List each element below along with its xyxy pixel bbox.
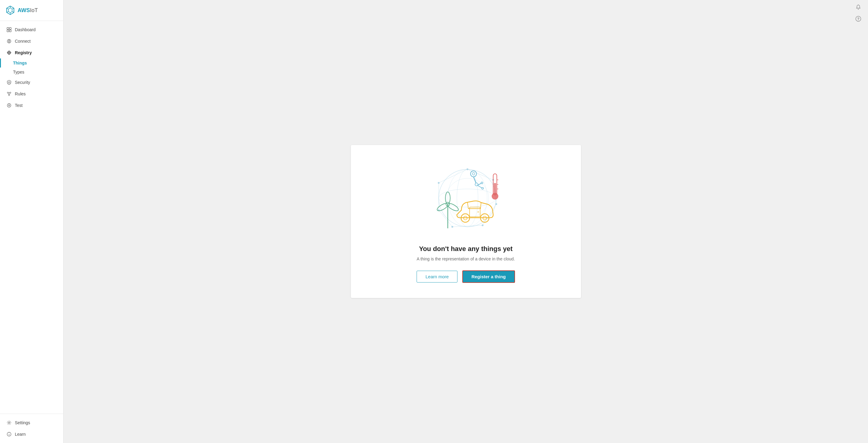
logo-iot: IoT bbox=[30, 7, 38, 13]
iot-illustration bbox=[421, 163, 512, 236]
settings-icon bbox=[6, 420, 12, 425]
topbar-icons: ? bbox=[854, 3, 863, 23]
empty-state-title: You don't have any things yet bbox=[419, 245, 513, 253]
svg-point-68 bbox=[492, 193, 498, 199]
learn-icon: i bbox=[6, 432, 12, 437]
sidebar-item-dashboard[interactable]: Dashboard bbox=[0, 24, 63, 35]
svg-rect-22 bbox=[8, 82, 10, 83]
svg-line-51 bbox=[467, 169, 493, 180]
sidebar-navigation: Dashboard Connect bbox=[0, 21, 63, 414]
svg-point-13 bbox=[8, 40, 10, 42]
registry-icon bbox=[6, 50, 12, 55]
sidebar-subitem-things[interactable]: Things bbox=[0, 58, 63, 67]
svg-point-17 bbox=[8, 52, 10, 53]
sidebar-item-security[interactable]: Security bbox=[0, 76, 63, 88]
sidebar-item-registry[interactable]: Registry bbox=[0, 47, 63, 58]
register-thing-button[interactable]: Register a thing bbox=[462, 271, 515, 283]
svg-point-41 bbox=[446, 178, 489, 218]
svg-point-64 bbox=[482, 187, 484, 189]
sidebar-subitem-types[interactable]: Types bbox=[0, 67, 63, 76]
things-label: Things bbox=[13, 61, 27, 65]
sidebar-item-rules[interactable]: Rules bbox=[0, 88, 63, 100]
dashboard-label: Dashboard bbox=[15, 27, 36, 32]
main-content: ? bbox=[64, 0, 868, 443]
test-label: Test bbox=[15, 103, 23, 108]
help-icon[interactable]: ? bbox=[854, 14, 863, 23]
types-label: Types bbox=[13, 70, 24, 74]
aws-iot-icon bbox=[5, 5, 15, 15]
learn-label: Learn bbox=[15, 432, 26, 437]
svg-point-16 bbox=[7, 51, 10, 54]
svg-line-54 bbox=[452, 225, 483, 227]
svg-point-39 bbox=[439, 169, 496, 227]
connect-icon bbox=[6, 38, 12, 44]
svg-point-33 bbox=[8, 422, 10, 423]
settings-label: Settings bbox=[15, 420, 30, 425]
rules-label: Rules bbox=[15, 91, 26, 96]
sidebar-item-connect[interactable]: Connect bbox=[0, 35, 63, 47]
svg-point-31 bbox=[8, 105, 10, 106]
svg-line-55 bbox=[439, 210, 452, 227]
svg-point-65 bbox=[481, 182, 483, 184]
svg-line-28 bbox=[8, 93, 9, 95]
action-buttons: Learn more Register a thing bbox=[416, 271, 515, 283]
svg-point-42 bbox=[457, 169, 478, 227]
svg-text:i: i bbox=[9, 433, 10, 436]
test-icon bbox=[6, 103, 12, 108]
svg-point-43 bbox=[448, 169, 487, 227]
svg-line-29 bbox=[9, 93, 10, 95]
svg-rect-9 bbox=[9, 28, 11, 29]
logo-aws: AWS bbox=[18, 7, 30, 13]
svg-rect-11 bbox=[9, 30, 11, 32]
sidebar: AWS IoT Dashboard bbox=[0, 0, 64, 443]
sidebar-item-test[interactable]: Test bbox=[0, 100, 63, 111]
svg-rect-67 bbox=[494, 183, 496, 194]
app-logo: AWS IoT bbox=[0, 0, 63, 21]
security-label: Security bbox=[15, 80, 30, 85]
registry-label: Registry bbox=[15, 50, 32, 55]
sidebar-item-learn[interactable]: i Learn bbox=[0, 429, 63, 440]
empty-state-description: A thing is the representation of a devic… bbox=[416, 256, 515, 261]
svg-point-76 bbox=[436, 202, 449, 212]
svg-line-57 bbox=[439, 169, 467, 183]
svg-rect-8 bbox=[7, 28, 9, 29]
empty-state-card: You don't have any things yet A thing is… bbox=[351, 145, 581, 298]
content-area: You don't have any things yet A thing is… bbox=[64, 0, 868, 443]
connect-label: Connect bbox=[15, 39, 31, 43]
svg-text:?: ? bbox=[857, 17, 859, 21]
dashboard-icon bbox=[6, 27, 12, 32]
security-icon bbox=[6, 80, 12, 85]
rules-icon bbox=[6, 91, 12, 97]
bell-icon[interactable] bbox=[854, 3, 863, 11]
svg-point-30 bbox=[7, 103, 11, 107]
svg-rect-10 bbox=[7, 30, 9, 32]
svg-marker-1 bbox=[8, 8, 12, 13]
sidebar-item-settings[interactable]: Settings bbox=[0, 417, 63, 429]
learn-more-button[interactable]: Learn more bbox=[416, 271, 458, 283]
sidebar-bottom: Settings i Learn bbox=[0, 414, 63, 443]
